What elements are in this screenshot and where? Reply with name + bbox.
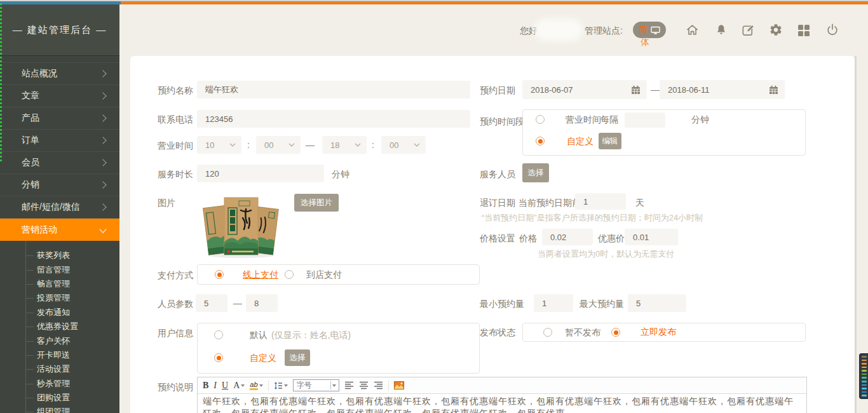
publish-later-radio[interactable] [543, 328, 552, 337]
date-start-input[interactable]: 2018-06-07 [522, 80, 647, 99]
sidebar-item[interactable]: 订单 [0, 129, 119, 151]
sidebar: — 建站管理后台 — 站点概况 文章 产品 订单 [0, 4, 119, 413]
timeslot-interval-input[interactable] [625, 112, 665, 128]
publish-now-radio[interactable] [611, 328, 620, 337]
calendar-icon [631, 85, 641, 95]
notifications-bell-icon[interactable] [714, 22, 729, 37]
sidebar-item[interactable]: 文章 [0, 85, 119, 107]
sidebar-subitem[interactable]: 畅言管理 [0, 277, 119, 291]
sidebar-subitem[interactable]: 秒杀管理 [0, 377, 119, 391]
highlight-button[interactable]: ab [250, 381, 262, 390]
timeslot-business-radio[interactable] [536, 115, 545, 124]
sidebar-subitem-label: 获奖列表 [37, 250, 70, 261]
sidebar-subitem[interactable]: 活动设置 [0, 362, 119, 376]
home-icon[interactable] [684, 22, 700, 37]
insert-image-button[interactable] [394, 381, 404, 389]
app-logo: — 建站管理后台 — [0, 4, 119, 56]
description-label: 预约说明 [158, 382, 193, 393]
name-input[interactable]: 端午狂欢 [197, 81, 470, 98]
settings-gear-icon[interactable] [768, 22, 783, 37]
sidebar-subitem-label: 开卡即送 [37, 349, 70, 361]
duration-input[interactable]: 120 [197, 165, 324, 182]
staff-select-button[interactable]: 选择 [522, 163, 549, 182]
widget-stripe [862, 384, 867, 386]
sidebar-subitem[interactable]: 投票管理 [0, 291, 119, 305]
caret-down-icon [284, 384, 288, 387]
sidebar-subitem[interactable]: 组团管理 [0, 405, 119, 413]
hours-from-hour-select[interactable]: 10 [197, 136, 241, 154]
sidebar-subitem[interactable]: 发布通知 [0, 306, 119, 320]
toolbar-separator [388, 381, 389, 391]
sidebar-item[interactable]: 产品 [0, 107, 119, 129]
sidebar-subitem-label: 发布通知 [37, 307, 70, 318]
timeslot-interval-unit: 分钟 [691, 114, 709, 126]
sidebar-item[interactable]: 会员 [0, 151, 119, 173]
timeslot-custom-radio[interactable] [536, 137, 545, 146]
hours-to-min-select[interactable]: 00 [381, 136, 426, 154]
publish-later-label: 暂不发布 [565, 327, 600, 339]
sidebar-subitem[interactable]: 留言管理 [0, 262, 119, 276]
align-center-button[interactable] [359, 381, 369, 389]
sidebar-subitem[interactable]: 客户关怀 [0, 334, 119, 348]
date-end-input[interactable]: 2018-06-11 [660, 80, 785, 99]
vertical-scrollbar[interactable] [855, 56, 857, 413]
sidebar-subitem-label: 组团管理 [37, 406, 70, 413]
hours-dash: — [306, 140, 315, 150]
italic-button[interactable]: I [214, 381, 217, 391]
editor-toolbar: B I U A ab 字号 [198, 377, 806, 394]
underline-button[interactable]: U [222, 381, 228, 391]
sidebar-subitem[interactable]: 团购设置 [0, 391, 119, 405]
userinfo-select-button[interactable]: 选择 [285, 349, 310, 366]
sidebar-item-marketing[interactable]: 营销活动 [0, 219, 119, 241]
sidebar-item[interactable]: 站点概况 [0, 62, 119, 85]
power-logout-icon[interactable] [825, 22, 840, 37]
description-content[interactable]: 端午狂欢，包厢有优惠端午狂欢，包厢有优惠端午狂欢，包厢有优惠端午狂欢，包厢有优惠… [198, 394, 806, 413]
hours-from-min-select[interactable]: 00 [256, 136, 301, 154]
widget-stripe [862, 381, 867, 383]
font-size-select[interactable]: 字号 [293, 379, 339, 391]
edit-compose-icon[interactable] [740, 22, 756, 37]
choose-image-button[interactable]: 选择图片 [294, 194, 339, 212]
font-color-button[interactable]: A [233, 381, 245, 391]
bold-button[interactable]: B [203, 381, 208, 391]
sidebar-item[interactable]: 分销 [0, 173, 119, 196]
line-spacing-button[interactable] [274, 381, 288, 390]
widget-stripe [862, 367, 867, 369]
userinfo-custom-label[interactable]: 自定义 [250, 353, 276, 364]
min-booking-input[interactable]: 1 [534, 294, 573, 312]
align-left-button[interactable] [344, 381, 354, 389]
apps-grid-icon[interactable] [796, 23, 811, 38]
date-range-dash: — [651, 85, 660, 95]
widget-stripe [862, 388, 867, 389]
userinfo-default-label: 默认 [250, 330, 268, 341]
timeslot-edit-button[interactable]: 编辑 [599, 133, 621, 149]
cancel-days-input[interactable]: 1 [575, 193, 626, 210]
language-switch-button[interactable]: 简 [633, 22, 666, 38]
max-booking-input[interactable]: 5 [628, 294, 686, 312]
people-max-input[interactable]: 8 [246, 294, 278, 312]
payment-online-radio[interactable] [215, 270, 224, 279]
payment-offline-radio[interactable] [285, 270, 294, 279]
sidebar-subitem[interactable]: 优惠券设置 [0, 320, 119, 334]
publish-now-label[interactable]: 立即发布 [641, 327, 676, 338]
phone-input[interactable]: 123456 [197, 110, 470, 128]
userinfo-label: 用户信息 [158, 328, 193, 339]
widget-stripe [862, 363, 867, 365]
sidebar-subitem[interactable]: 开卡即送 [0, 348, 119, 362]
userinfo-default-radio[interactable] [214, 330, 223, 339]
widget-stripe [862, 377, 867, 379]
form-card: 预约名称 端午狂欢 预约日期 2018-06-07 — 2018-06-11 联… [130, 56, 855, 413]
price-input[interactable]: 0.02 [542, 229, 593, 245]
discount-input[interactable]: 0.01 [625, 229, 678, 245]
userinfo-custom-radio[interactable] [214, 353, 223, 362]
browser-extension-widget[interactable] [859, 353, 868, 399]
sidebar-item-label: 文章 [22, 90, 39, 102]
caret-down-icon [330, 381, 337, 389]
timeslot-custom-label[interactable]: 自定义 [567, 136, 593, 147]
sidebar-item[interactable]: 邮件/短信/微信 [0, 196, 119, 219]
align-right-button[interactable] [374, 381, 383, 389]
hours-to-hour-select[interactable]: 18 [322, 136, 367, 154]
payment-online-label[interactable]: 线上支付 [243, 269, 278, 281]
people-min-input[interactable]: 5 [196, 294, 227, 312]
sidebar-subitem[interactable]: 获奖列表 [0, 248, 119, 262]
